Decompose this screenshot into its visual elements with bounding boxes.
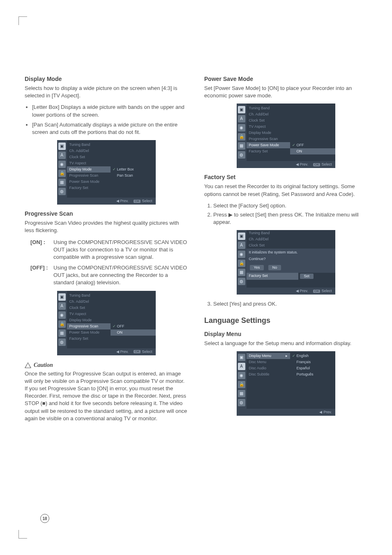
osd-power-save: ▣ A ◉ 🔒 ▦ ◍ Tuning Band Ch. Add/Del Cloc… (237, 104, 335, 168)
factory-set-heading: Factory Set (204, 174, 367, 180)
step-1: Select the [Factory Set] option. (213, 202, 367, 210)
disc-icon: ◍ (58, 339, 66, 346)
caution-heading: Caution (25, 362, 188, 368)
osd-display-mode: ▣ A ◉ 🔒 ▦ ◍ Tuning Band Ch. Add/Del Cloc… (57, 140, 156, 205)
btn-set: Set (300, 274, 314, 279)
opt-letter-box: Letter Box (111, 166, 156, 173)
osd-tab-icons: ▣ A ◉ 🔒 ▦ ◍ (57, 140, 67, 198)
language-icon: A (58, 302, 66, 310)
tv-icon: ▣ (58, 143, 66, 150)
tv-icon: ▣ (238, 106, 245, 113)
opt-francais: Français (290, 359, 335, 365)
on-definition: Using the COMPONENT/PROGRESSIVE SCAN VID… (53, 239, 188, 261)
language-settings-heading: Language Settings (204, 316, 367, 325)
osd-footer: ◀ Prev. OK Select (237, 161, 335, 168)
progressive-scan-intro: Progressive Scan Video provides the high… (25, 219, 188, 234)
opt-espanol: Español (290, 365, 335, 371)
tv-icon: ▣ (238, 354, 245, 361)
recording-icon: ▦ (238, 390, 245, 397)
language-icon: A (238, 115, 245, 122)
page-number: 18 (40, 514, 49, 523)
osd-footer: ◀ Prev. OK Select (57, 198, 156, 205)
on-term: [ON] : (30, 239, 53, 261)
display-mode-intro: Selects how to display a wide picture on… (25, 85, 188, 99)
audio-icon: ◉ (238, 124, 245, 131)
osd-footer: ◀ Prev. OK Select (57, 348, 156, 355)
opt-on: ON (111, 329, 156, 336)
osd-progressive-scan: ▣ A ◉ 🔒 ▦ ◍ Tuning Band Ch. Add/Del Cloc… (57, 291, 156, 355)
manual-page: Display Mode Selects how to display a wi… (0, 0, 392, 555)
display-mode-bullets: [Letter Box] Displays a wide picture wit… (25, 104, 188, 136)
audio-icon: ◉ (58, 311, 66, 319)
disc-icon: ◍ (238, 399, 245, 406)
progressive-scan-heading: Progressive Scan (25, 210, 188, 217)
lock-icon: 🔒 (58, 320, 66, 328)
osd-options: . . . . . . OFF ON (290, 104, 335, 161)
opt-pan-scan: Pan Scan (111, 173, 156, 179)
caution-text: Once the setting for Progressive Scan ou… (25, 370, 188, 422)
power-save-heading: Power Save Mode (204, 76, 367, 82)
opt-english: English (290, 353, 335, 359)
disc-icon: ◍ (238, 278, 245, 285)
tv-icon: ▣ (58, 293, 66, 301)
power-save-intro: Set [Power Save Mode] to [ON] to place y… (204, 85, 367, 99)
right-column: Power Save Mode Set [Power Save Mode] to… (204, 70, 367, 426)
osd-tab-icons: ▣ A ◉ 🔒 ▦ ◍ (237, 351, 247, 409)
crop-mark-bottom-left (18, 530, 27, 539)
progressive-scan-definition-list: [ON] : Using the COMPONENT/PROGRESSIVE S… (30, 239, 188, 287)
osd-tab-icons: ▣ A ◉ 🔒 ▦ ◍ (237, 230, 247, 288)
osd-display-menu: ▣ A ◉ 🔒 ▦ ◍ Display Menu ▸ Disc Menu Dis… (237, 351, 335, 416)
lock-icon: 🔒 (238, 133, 245, 140)
tv-icon: ▣ (238, 233, 245, 240)
opt-on: ON (290, 148, 335, 154)
lock-icon: 🔒 (238, 381, 245, 388)
off-term: [OFF] : (30, 264, 53, 287)
factory-set-step3-list: Select [Yes] and press OK. (204, 300, 367, 308)
osd-menu-list: Tuning Band Ch. Add/Del Clock Set TV Asp… (67, 140, 111, 198)
language-icon: A (238, 242, 245, 249)
disc-icon: ◍ (58, 188, 66, 195)
recording-icon: ▦ (238, 269, 245, 276)
osd-footer: ◀ Prev. (237, 409, 335, 416)
osd-options: . . . . Letter Box Pan Scan (111, 140, 156, 198)
initialize-message-1: It initializes the system status. (247, 249, 335, 257)
factory-set-row: Factory Set (247, 273, 298, 280)
initialize-message-2: Continue? (247, 257, 335, 263)
lock-icon: 🔒 (238, 260, 245, 267)
language-icon: A (238, 363, 245, 370)
factory-set-steps: Select the [Factory Set] option. Press ▶… (204, 202, 367, 226)
display-menu-intro: Select a language for the Setup menu and… (204, 340, 367, 347)
recording-icon: ▦ (58, 329, 66, 337)
recording-icon: ▦ (238, 142, 245, 150)
bullet-letter-box: [Letter Box] Displays a wide picture wit… (32, 104, 188, 118)
step-3: Select [Yes] and press OK. (213, 300, 367, 308)
btn-yes: Yes (250, 265, 264, 270)
left-column: Display Mode Selects how to display a wi… (25, 70, 188, 426)
factory-set-intro: You can reset the Recorder to its origin… (204, 183, 367, 198)
osd-footer: ◀ Prev. OK Select (237, 288, 335, 295)
opt-off: OFF (290, 142, 335, 148)
osd-factory-set: ▣ A ◉ 🔒 ▦ ◍ Tuning Band Ch. Add/Del Cloc… (237, 230, 335, 295)
off-definition: Using the COMPONENT/PROGRESSIVE SCAN VID… (53, 264, 188, 287)
language-icon: A (58, 152, 66, 159)
osd-menu-list: Tuning Band Ch. Add/Del Clock Set TV Asp… (67, 291, 111, 348)
step-2: Press ▶ to select [Set] then press OK. T… (213, 211, 367, 226)
recording-icon: ▦ (58, 179, 66, 186)
display-mode-heading: Display Mode (25, 76, 188, 82)
osd-tab-icons: ▣ A ◉ 🔒 ▦ ◍ (237, 104, 247, 161)
osd-menu-list: Display Menu ▸ Disc Menu Disc Audio Disc… (247, 351, 290, 409)
audio-icon: ◉ (238, 372, 245, 379)
osd-options: . . . . . OFF ON (111, 291, 156, 348)
audio-icon: ◉ (238, 251, 245, 258)
display-menu-heading: Display Menu (204, 331, 367, 337)
osd-options: English Français Español Português (290, 351, 335, 409)
audio-icon: ◉ (58, 161, 66, 168)
opt-portugues: Português (290, 371, 335, 378)
disc-icon: ◍ (238, 151, 245, 159)
btn-no: No (268, 265, 281, 270)
lock-icon: 🔒 (58, 170, 66, 177)
opt-off: OFF (111, 323, 156, 329)
two-column-layout: Display Mode Selects how to display a wi… (25, 70, 367, 426)
caution-icon (25, 362, 31, 368)
osd-tab-icons: ▣ A ◉ 🔒 ▦ ◍ (57, 291, 67, 348)
